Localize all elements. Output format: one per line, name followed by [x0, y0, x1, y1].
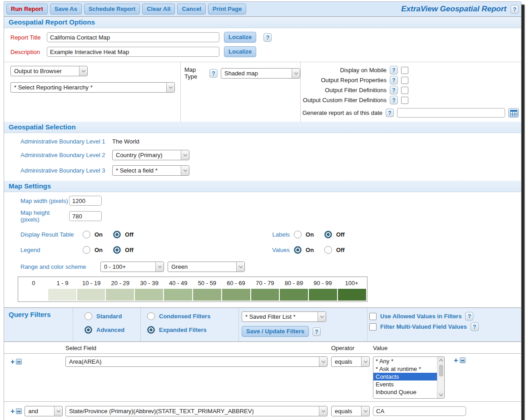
print-page-button[interactable]: Print Page [208, 4, 246, 15]
help-icon[interactable]: ? [471, 322, 479, 331]
filter-row-1: + Area(AREA) equals * Any * [4, 354, 521, 401]
filter-operator-select[interactable]: equals [331, 406, 370, 416]
saved-filter-list-select[interactable]: * Saved Filter List * [242, 311, 326, 322]
help-icon[interactable]: ? [313, 327, 321, 336]
remove-filter-icon[interactable] [16, 408, 22, 414]
standard-radio[interactable] [84, 312, 92, 320]
conjunction-select[interactable]: and [25, 406, 63, 416]
description-input[interactable] [47, 47, 219, 57]
add-value-icon[interactable]: + [454, 357, 458, 363]
help-icon[interactable]: ? [465, 312, 473, 321]
remove-filter-icon[interactable] [16, 359, 22, 365]
reporting-hierarchy-select[interactable]: * Select Reporting Hierarchy * [10, 82, 175, 93]
filter-mode-group: Standard Advanced [73, 308, 141, 341]
expanded-filters-radio[interactable] [147, 326, 155, 334]
list-item[interactable]: * Any * [373, 357, 437, 365]
values-on-radio[interactable] [294, 246, 302, 254]
filter-columns-header: Select Field Operator Value [4, 342, 521, 354]
filter-row-2: + and State/Province (Primary)(Abbrev)(S… [4, 401, 521, 420]
remove-value-icon[interactable] [460, 357, 466, 363]
help-icon[interactable]: ? [390, 96, 398, 104]
output-report-properties-checkbox[interactable] [401, 77, 408, 84]
values-off-radio[interactable] [324, 246, 332, 254]
save-as-button[interactable]: Save As [50, 4, 82, 15]
filter-multi-valued-option: Filter Multi-Valued Field Values ? [369, 322, 521, 331]
use-allowed-values-checkbox[interactable] [369, 313, 377, 320]
clear-all-button[interactable]: Clear All [142, 4, 175, 15]
map-height-input[interactable] [69, 211, 102, 221]
filter-operator-select[interactable]: equals [331, 356, 370, 367]
help-icon[interactable]: ? [390, 86, 398, 94]
help-icon[interactable]: ? [209, 69, 218, 78]
cancel-button[interactable]: Cancel [177, 4, 206, 15]
legend-on-radio[interactable] [83, 246, 90, 254]
chevron-down-icon [236, 262, 244, 272]
help-icon[interactable]: ? [511, 5, 519, 14]
help-icon[interactable]: ? [263, 33, 272, 42]
display-result-table-toggle: Display Result Table On Off [20, 231, 134, 238]
list-item-selected[interactable]: Contacts [373, 373, 437, 380]
add-filter-icon[interactable]: + [10, 359, 15, 365]
expanded-filters-option: Expanded Filters [147, 326, 238, 334]
output-destination-select[interactable]: Output to Browser [10, 66, 88, 76]
range-select[interactable]: 0 - 100+ [100, 262, 164, 272]
list-item[interactable]: Events [373, 380, 437, 388]
calendar-icon[interactable] [508, 108, 519, 118]
map-width-input[interactable] [69, 196, 102, 206]
localize-title-button[interactable]: Localize [224, 32, 256, 43]
legend-off-radio[interactable] [113, 246, 121, 254]
localize-description-button[interactable]: Localize [224, 46, 256, 57]
color-scale-swatch [280, 289, 308, 301]
report-title-input[interactable] [47, 32, 219, 42]
chevron-down-icon [166, 83, 174, 92]
color-scale-swatch [309, 289, 337, 301]
color-scale-label: 10 - 19 [77, 278, 106, 289]
filter-multi-valued-checkbox[interactable] [369, 323, 377, 331]
scroll-down-icon[interactable] [437, 391, 444, 398]
help-icon[interactable]: ? [386, 109, 394, 117]
standard-option: Standard [84, 312, 140, 320]
condensed-filters-radio[interactable] [147, 312, 155, 320]
output-report-properties-label: Output Report Properties [321, 77, 387, 84]
filter-field-select[interactable]: Area(AREA) [65, 356, 328, 367]
toggles-row-1: Display Result Table On Off Labels On Of… [20, 231, 521, 238]
filter-value-listbox[interactable]: * Any * * Ask at runtime * Contacts Even… [373, 356, 445, 399]
scroll-up-icon[interactable] [437, 357, 444, 364]
display-result-table-off-radio[interactable] [113, 231, 121, 238]
boundary-level-3-select[interactable]: * Select a field * [112, 165, 189, 176]
display-on-mobile-checkbox[interactable] [401, 67, 408, 74]
labels-off-radio[interactable] [324, 231, 332, 238]
schedule-report-button[interactable]: Schedule Report [84, 4, 140, 15]
advanced-radio[interactable] [84, 326, 92, 334]
output-filter-definitions-checkbox[interactable] [401, 87, 408, 94]
scrollbar-thumb[interactable] [439, 365, 443, 376]
color-scale-table: 0 1 - 9 10 - 19 20 - 29 30 - 39 40 - 49 … [18, 277, 367, 302]
expanded-filters-label: Expanded Filters [159, 326, 207, 333]
generate-date-input[interactable] [397, 108, 505, 118]
list-item[interactable]: Inbound Queue [373, 388, 437, 396]
chevron-down-icon [54, 406, 62, 416]
help-icon[interactable]: ? [390, 66, 398, 74]
boundary-level-2-label: Administrative Boundary Level 2 [20, 152, 112, 158]
chevron-down-icon [79, 66, 87, 76]
display-result-table-on-radio[interactable] [83, 231, 90, 238]
display-on-mobile-row: Display on Mobile ? [301, 65, 521, 75]
list-item[interactable]: * Ask at runtime * [373, 365, 437, 373]
color-scheme-select[interactable]: Green [168, 262, 245, 272]
color-scale-label: 0 [19, 278, 48, 289]
add-filter-icon[interactable]: + [10, 408, 15, 414]
page-title: ExtraView Geospatial Report [401, 5, 508, 14]
labels-on-radio[interactable] [294, 231, 302, 238]
map-type-select[interactable]: Shaded map [221, 68, 300, 79]
help-icon[interactable]: ? [390, 76, 398, 84]
filter-value-input[interactable] [373, 406, 466, 416]
listbox-scrollbar[interactable] [437, 357, 444, 398]
color-scale-label: 90 - 99 [308, 278, 337, 289]
run-report-button[interactable]: Run Report [6, 4, 48, 15]
save-update-filters-button[interactable]: Save / Update Filters [242, 326, 309, 337]
boundary-level-2-select[interactable]: Country (Primary) [112, 150, 189, 160]
filter-field-select[interactable]: State/Province (Primary)(Abbrev)(STATE_T… [65, 406, 328, 416]
color-scale-swatch [77, 289, 105, 301]
section-header-report-options: Geospatial Report Options [4, 17, 521, 28]
output-custom-filter-definitions-checkbox[interactable] [401, 97, 408, 104]
